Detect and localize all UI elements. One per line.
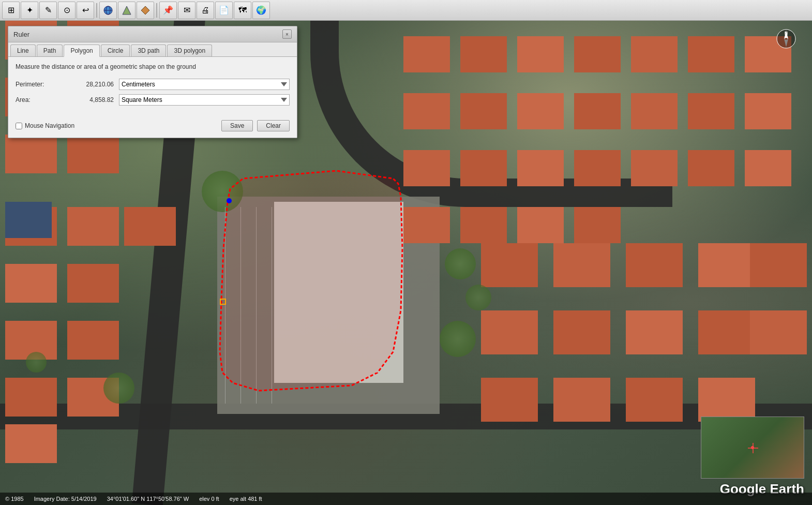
toolbar-btn-shape[interactable] <box>137 2 154 19</box>
save-button[interactable]: Save <box>221 120 253 131</box>
tab-line[interactable]: Line <box>10 44 36 56</box>
toolbar: ⊞ ✦ ✎ ⊙ ↩ 📌 ✉ 🖨 📄 🗺 🌍 <box>0 0 812 21</box>
toolbar-btn-add[interactable]: ⊞ <box>2 2 20 19</box>
ruler-footer: Mouse Navigation Save Clear <box>8 116 297 138</box>
ruler-content: Measure the distance or area of a geomet… <box>8 57 297 116</box>
google-earth-watermark: Google Earth <box>701 417 804 497</box>
statusbar: © 1985 Imagery Date: 5/14/2019 34°01'01.… <box>0 493 812 505</box>
ruler-titlebar[interactable]: Ruler × <box>8 26 297 42</box>
svg-marker-4 <box>141 6 149 14</box>
imagery-date: Imagery Date: 5/14/2019 <box>34 496 97 502</box>
toolbar-btn-document[interactable]: 📄 <box>215 2 233 19</box>
ruler-title: Ruler <box>13 31 29 38</box>
ruler-tabs: Line Path Polygon Circle 3D path 3D poly… <box>8 42 297 57</box>
perimeter-row: Perimeter: 28,210.06 Centimeters Meters … <box>16 79 290 90</box>
perimeter-label: Perimeter: <box>16 81 57 88</box>
toolbar-btn-pin[interactable]: 📌 <box>159 2 177 19</box>
toolbar-btn-view[interactable]: ⊙ <box>58 2 76 19</box>
toolbar-btn-bookmark[interactable]: ✦ <box>21 2 38 19</box>
eye-altitude: eye alt 481 ft <box>230 496 262 502</box>
toolbar-btn-back[interactable]: ↩ <box>77 2 94 19</box>
area-unit-wrapper: Square Meters Square Kilometers Square F… <box>119 94 290 106</box>
tab-3dpolygon[interactable]: 3D polygon <box>167 44 212 56</box>
tab-polygon[interactable]: Polygon <box>64 44 99 57</box>
elevation: elev 0 ft <box>199 496 219 502</box>
tab-path[interactable]: Path <box>37 44 63 56</box>
mouse-nav-area: Mouse Navigation <box>16 122 217 129</box>
toolbar-separator-2 <box>156 3 157 18</box>
perimeter-unit-wrapper: Centimeters Meters Kilometers Feet Miles <box>119 79 290 90</box>
coordinates: 34°01'01.60" N 117°50'58.76" W <box>107 496 189 502</box>
clear-button[interactable]: Clear <box>257 120 290 131</box>
ruler-close-button[interactable]: × <box>282 29 292 39</box>
toolbar-separator-1 <box>96 3 97 18</box>
area-label: Area: <box>16 96 57 103</box>
toolbar-btn-map[interactable]: 🗺 <box>234 2 251 19</box>
mouse-navigation-checkbox[interactable] <box>16 123 22 129</box>
toolbar-btn-edit[interactable]: ✎ <box>39 2 57 19</box>
toolbar-btn-globe[interactable]: 🌍 <box>252 2 270 19</box>
year-badge: © 1985 <box>5 496 24 502</box>
tab-circle[interactable]: Circle <box>101 44 130 56</box>
svg-text:N: N <box>785 31 788 36</box>
area-value: 4,858.82 <box>62 96 114 103</box>
svg-marker-3 <box>123 6 131 14</box>
perimeter-value: 28,210.06 <box>62 81 114 88</box>
toolbar-btn-email[interactable]: ✉ <box>178 2 196 19</box>
mouse-navigation-label[interactable]: Mouse Navigation <box>25 122 74 129</box>
ruler-dialog: Ruler × Line Path Polygon Circle 3D path… <box>8 26 297 138</box>
tab-3dpath[interactable]: 3D path <box>131 44 166 56</box>
compass[interactable]: N <box>776 28 796 49</box>
toolbar-btn-terrain[interactable] <box>118 2 136 19</box>
ruler-description: Measure the distance or area of a geomet… <box>16 63 290 70</box>
area-unit-select[interactable]: Square Meters Square Kilometers Square F… <box>119 94 290 106</box>
area-row: Area: 4,858.82 Square Meters Square Kilo… <box>16 94 290 106</box>
toolbar-btn-earth[interactable] <box>99 2 117 19</box>
perimeter-unit-select[interactable]: Centimeters Meters Kilometers Feet Miles <box>119 79 290 90</box>
toolbar-btn-print[interactable]: 🖨 <box>197 2 214 19</box>
minimap <box>701 417 804 479</box>
